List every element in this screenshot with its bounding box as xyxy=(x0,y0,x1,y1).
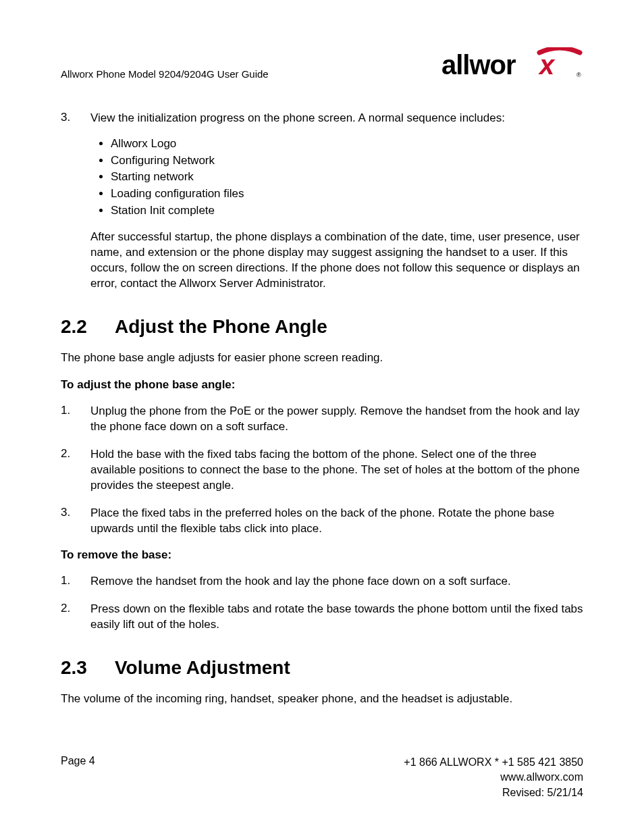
init-sequence-bullets: Allworx Logo Configuring Network Startin… xyxy=(111,136,583,219)
section-number: 2.3 xyxy=(61,657,115,679)
list-marker: 3. xyxy=(61,111,90,292)
section-number: 2.2 xyxy=(61,316,115,338)
bullet-item: Station Init complete xyxy=(111,203,583,219)
list-text: Place the fixed tabs in the preferred ho… xyxy=(90,506,583,537)
bullet-item: Loading configuration files xyxy=(111,186,583,203)
svg-text:x: x xyxy=(538,50,556,80)
list-item: 1. Remove the handset from the hook and … xyxy=(61,574,583,590)
step3-after-paragraph: After successful startup, the phone disp… xyxy=(90,230,583,292)
svg-text:®: ® xyxy=(576,72,581,78)
bullet-item: Starting network xyxy=(111,169,583,186)
list-text: Hold the base with the fixed tabs facing… xyxy=(90,447,583,494)
section-2-3-heading: 2.3 Volume Adjustment xyxy=(61,657,583,679)
section-title: Adjust the Phone Angle xyxy=(115,316,327,338)
section-2-2-intro: The phone base angle adjusts for easier … xyxy=(61,351,583,365)
page-header: Allworx Phone Model 9204/9204G User Guid… xyxy=(61,47,583,84)
svg-text:allwor: allwor xyxy=(441,50,516,80)
footer-revised: Revised: 5/21/14 xyxy=(404,785,583,800)
list-text: Unplug the phone from the PoE or the pow… xyxy=(90,404,583,435)
footer-phone: +1 866 ALLWORX * +1 585 421 3850 xyxy=(404,755,583,770)
list-item: 2. Hold the base with the fixed tabs fac… xyxy=(61,447,583,494)
section-title: Volume Adjustment xyxy=(115,657,290,679)
list-marker: 2. xyxy=(61,602,90,633)
list-text: Press down on the flexible tabs and rota… xyxy=(90,602,583,633)
subheading-adjust: To adjust the phone base angle: xyxy=(61,378,583,392)
footer-page-number: Page 4 xyxy=(61,755,95,800)
remove-steps: 1. Remove the handset from the hook and … xyxy=(61,574,583,633)
section-2-2-heading: 2.2 Adjust the Phone Angle xyxy=(61,316,583,338)
adjust-steps: 1. Unplug the phone from the PoE or the … xyxy=(61,404,583,537)
document-page: Allworx Phone Model 9204/9204G User Guid… xyxy=(0,0,644,834)
list-marker: 1. xyxy=(61,404,90,435)
list-item: 3. Place the fixed tabs in the preferred… xyxy=(61,506,583,537)
init-step-3: 3. View the initialization progress on t… xyxy=(61,111,583,292)
allworx-logo: allwor x ® xyxy=(441,47,583,84)
list-text: Remove the handset from the hook and lay… xyxy=(90,574,583,590)
list-body: View the initialization progress on the … xyxy=(90,111,583,292)
subheading-remove: To remove the base: xyxy=(61,548,583,562)
footer-url: www.allworx.com xyxy=(404,770,583,785)
list-marker: 2. xyxy=(61,447,90,494)
header-title: Allworx Phone Model 9204/9204G User Guid… xyxy=(61,68,269,84)
list-item: 2. Press down on the flexible tabs and r… xyxy=(61,602,583,633)
page-footer: Page 4 +1 866 ALLWORX * +1 585 421 3850 … xyxy=(61,755,583,800)
footer-contact: +1 866 ALLWORX * +1 585 421 3850 www.all… xyxy=(404,755,583,800)
list-marker: 1. xyxy=(61,574,90,590)
section-2-3-intro: The volume of the incoming ring, handset… xyxy=(61,692,583,706)
bullet-item: Configuring Network xyxy=(111,153,583,170)
list-item: 1. Unplug the phone from the PoE or the … xyxy=(61,404,583,435)
list-marker: 3. xyxy=(61,506,90,537)
step3-lead: View the initialization progress on the … xyxy=(90,111,583,126)
bullet-item: Allworx Logo xyxy=(111,136,583,153)
